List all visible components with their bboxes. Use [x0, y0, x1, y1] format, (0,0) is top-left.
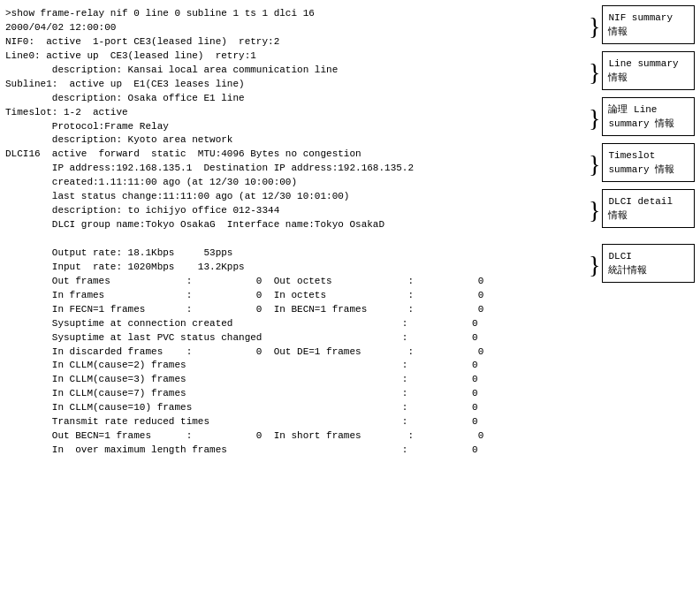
logical-line-label: 論理 Line summary 情報 — [608, 102, 674, 132]
sidebar-item-timeslot[interactable]: Timeslot summary 情報 — [602, 143, 695, 182]
timeslot-group: } Timeslot summary 情報 — [589, 143, 695, 186]
terminal-output: >show frame-relay nif 0 line 0 subline 1… — [0, 0, 585, 592]
bracket-dlci-detail: } — [589, 189, 600, 231]
dlci-stats-label: DLCI 統計情報 — [608, 249, 647, 278]
bracket-line: } — [589, 51, 600, 94]
nif-summary-group: } NIF summary 情報 — [589, 5, 695, 48]
line-summary-group: } Line summary 情報 — [589, 51, 695, 94]
sidebar-item-dlci-stats[interactable]: DLCI 統計情報 — [602, 244, 695, 283]
bracket-nif: } — [589, 5, 600, 48]
timeslot-label: Timeslot summary 情報 — [608, 148, 674, 178]
sidebar-item-nif-summary[interactable]: NIF summary 情報 — [602, 5, 695, 44]
bracket-logical: } — [589, 97, 600, 140]
sidebar-item-logical-line[interactable]: 論理 Line summary 情報 — [602, 97, 695, 136]
sidebar: } NIF summary 情報 } Line summary 情報 } 論理 … — [585, 0, 700, 592]
dlci-detail-group: } DLCI detail 情報 — [589, 189, 695, 231]
sidebar-item-dlci-detail[interactable]: DLCI detail 情報 — [602, 189, 695, 228]
nif-summary-label: NIF summary 情報 — [608, 11, 673, 40]
line-summary-label: Line summary 情報 — [608, 57, 678, 86]
dlci-detail-label: DLCI detail 情報 — [608, 194, 673, 224]
sidebar-item-line-summary[interactable]: Line summary 情報 — [602, 51, 695, 90]
bracket-dlci-stats: } — [589, 244, 600, 286]
bracket-timeslot: } — [589, 143, 600, 186]
dlci-stats-group: } DLCI 統計情報 — [589, 244, 695, 286]
logical-line-group: } 論理 Line summary 情報 — [589, 97, 695, 140]
